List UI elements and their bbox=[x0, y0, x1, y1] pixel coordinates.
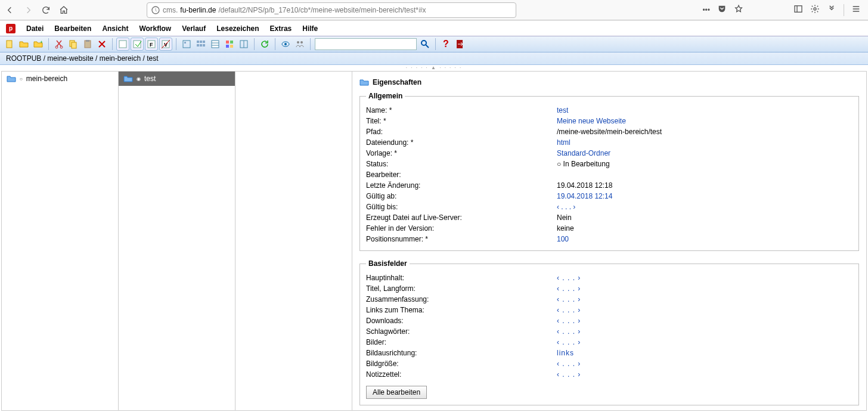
property-value[interactable]: ‹ . . . › bbox=[557, 360, 581, 368]
split-handle[interactable]: · · · · · ▲ · · · · · bbox=[0, 65, 868, 70]
url-bar[interactable]: cms.fu-berlin.de/default2/NPS/p/b_17e10/… bbox=[147, 2, 516, 18]
property-row: Gültig ab:19.04.2018 12:14 bbox=[366, 191, 852, 202]
more-icon[interactable]: ••• bbox=[702, 6, 710, 14]
home-button[interactable] bbox=[57, 4, 70, 17]
exit-icon[interactable] bbox=[454, 38, 466, 50]
property-value[interactable]: ‹ . . . › bbox=[557, 295, 581, 303]
bookmark-star-icon[interactable] bbox=[734, 4, 743, 16]
help-icon[interactable]: ? bbox=[440, 38, 452, 50]
svg-point-39 bbox=[300, 41, 303, 44]
property-value[interactable]: ‹ . . . › bbox=[557, 306, 581, 314]
workflow-4-icon[interactable]: V bbox=[160, 38, 172, 50]
property-value[interactable]: 100 bbox=[557, 235, 569, 243]
search-icon[interactable] bbox=[419, 38, 431, 50]
breadcrumb-item[interactable]: meine-website bbox=[47, 54, 93, 63]
property-label: Pfad: bbox=[366, 128, 557, 136]
menu-ansicht[interactable]: Ansicht bbox=[102, 24, 128, 33]
property-value[interactable]: ‹ . . . › bbox=[557, 338, 581, 346]
new-folder-icon[interactable]: + bbox=[32, 38, 44, 50]
toolbar-search-input[interactable] bbox=[315, 38, 417, 50]
workflow-2-icon[interactable] bbox=[131, 38, 143, 50]
sidebar-icon[interactable] bbox=[793, 4, 803, 16]
view-1-icon[interactable] bbox=[181, 38, 193, 50]
new-doc-icon[interactable] bbox=[4, 38, 16, 50]
svg-rect-25 bbox=[200, 44, 202, 47]
back-button[interactable] bbox=[4, 4, 17, 17]
workflow-1-icon[interactable] bbox=[117, 38, 129, 50]
menu-hilfe[interactable]: Hilfe bbox=[302, 24, 318, 33]
property-label: Letzte Änderung: bbox=[366, 181, 557, 190]
view-5-icon[interactable] bbox=[238, 38, 250, 50]
property-value[interactable]: ‹ . . . › bbox=[557, 284, 581, 293]
property-value: Nein bbox=[557, 213, 572, 222]
main-area: ○ mein-bereich ◉ test Eigenschaften Allg… bbox=[1, 71, 867, 411]
view-3-icon[interactable] bbox=[209, 38, 221, 50]
svg-text:F: F bbox=[150, 42, 153, 48]
property-value[interactable]: html bbox=[557, 138, 571, 147]
hamburger-icon[interactable] bbox=[851, 4, 861, 16]
property-value[interactable]: Standard-Ordner bbox=[557, 149, 610, 157]
reload-button[interactable] bbox=[39, 4, 52, 17]
property-value: ○ In Bearbeitung bbox=[557, 160, 610, 168]
property-row: Titel: *Meine neue Webseite bbox=[366, 116, 852, 126]
menu-bearbeiten[interactable]: Bearbeiten bbox=[54, 24, 91, 33]
property-value[interactable]: Meine neue Webseite bbox=[557, 117, 626, 125]
property-row: Gültig bis:‹ . . . › bbox=[366, 202, 852, 212]
paste-icon[interactable] bbox=[82, 38, 94, 50]
tree-item-test[interactable]: ◉ test bbox=[119, 72, 235, 86]
forward-button[interactable] bbox=[21, 4, 35, 17]
edit-all-button[interactable]: Alle bearbeiten bbox=[366, 386, 427, 399]
breadcrumb-item[interactable]: test bbox=[147, 54, 158, 63]
menu-extras[interactable]: Extras bbox=[270, 24, 292, 33]
delete-icon[interactable] bbox=[96, 38, 108, 50]
property-value[interactable]: ‹ . . . › bbox=[557, 317, 581, 325]
svg-rect-9 bbox=[72, 42, 76, 48]
property-value: keine bbox=[557, 224, 574, 233]
svg-rect-26 bbox=[203, 44, 205, 47]
refresh-icon[interactable] bbox=[259, 38, 271, 50]
property-value[interactable]: ‹ . . . › bbox=[557, 203, 575, 211]
property-row: Name: *test bbox=[366, 105, 852, 116]
svg-rect-33 bbox=[230, 45, 233, 48]
property-row: Notizzettel:‹ . . . › bbox=[366, 369, 852, 380]
svg-point-40 bbox=[421, 41, 426, 45]
preview-icon[interactable] bbox=[280, 38, 292, 50]
pocket-icon[interactable] bbox=[717, 4, 727, 16]
property-row: Bildausrichtung:links bbox=[366, 348, 852, 358]
user-icon[interactable] bbox=[294, 38, 306, 50]
browser-toolbar: cms.fu-berlin.de/default2/NPS/p/b_17e10/… bbox=[0, 0, 868, 20]
property-value[interactable]: links bbox=[557, 349, 574, 357]
view-4-icon[interactable] bbox=[224, 38, 235, 50]
tree-item-mein-bereich[interactable]: ○ mein-bereich bbox=[2, 72, 118, 86]
svg-rect-21 bbox=[197, 41, 199, 43]
legend-allgemein: Allgemein bbox=[366, 92, 405, 100]
breadcrumb-item[interactable]: ROOTPUB bbox=[6, 54, 41, 63]
workflow-3-icon[interactable]: F bbox=[145, 38, 157, 50]
property-row: Status:○ In Bearbeitung bbox=[366, 159, 852, 169]
property-label: Bilder: bbox=[366, 338, 557, 346]
svg-rect-22 bbox=[200, 41, 202, 43]
tree-column-1: ○ mein-bereich bbox=[2, 72, 119, 410]
svg-point-3 bbox=[814, 8, 816, 10]
menu-workflow[interactable]: Workflow bbox=[139, 24, 171, 33]
property-value[interactable]: ‹ . . . › bbox=[557, 274, 581, 282]
svg-point-37 bbox=[284, 43, 287, 45]
overflow-icon[interactable] bbox=[827, 4, 836, 16]
menu-datei[interactable]: Datei bbox=[26, 24, 44, 33]
gear-icon[interactable] bbox=[810, 4, 820, 16]
property-row: Titel, Langform:‹ . . . › bbox=[366, 283, 852, 294]
property-value[interactable]: 19.04.2018 12:14 bbox=[557, 192, 612, 200]
property-label: Fehler in der Version: bbox=[366, 224, 557, 233]
menu-lesezeichen[interactable]: Lesezeichen bbox=[216, 24, 259, 33]
copy-icon[interactable] bbox=[67, 38, 79, 50]
property-row: Fehler in der Version:keine bbox=[366, 223, 852, 234]
view-2-icon[interactable] bbox=[195, 38, 207, 50]
breadcrumb-item[interactable]: mein-bereich bbox=[100, 54, 141, 63]
menu-verlauf[interactable]: Verlauf bbox=[182, 24, 206, 33]
cut-icon[interactable] bbox=[53, 38, 65, 50]
property-row: Links zum Thema:‹ . . . › bbox=[366, 305, 852, 315]
open-folder-icon[interactable] bbox=[18, 38, 30, 50]
property-value[interactable]: ‹ . . . › bbox=[557, 327, 581, 336]
property-value[interactable]: ‹ . . . › bbox=[557, 370, 581, 379]
property-value[interactable]: test bbox=[557, 106, 568, 114]
